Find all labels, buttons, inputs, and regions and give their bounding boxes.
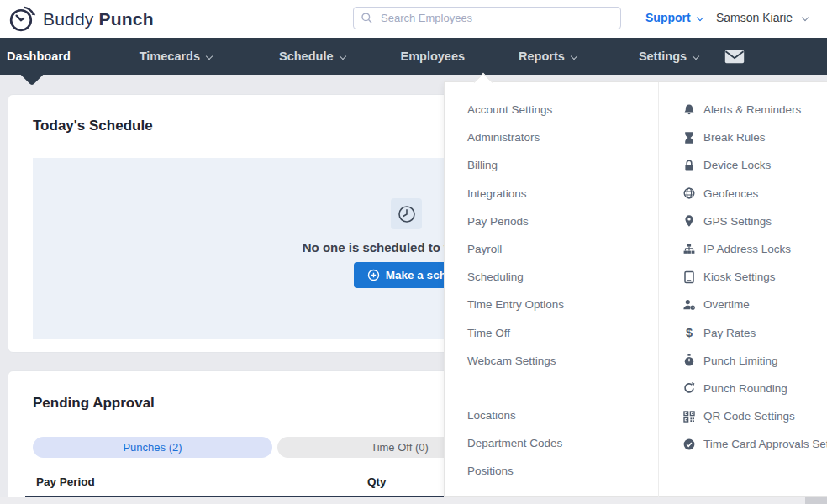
settings-item-ip-address-locks[interactable]: IP Address Locks: [659, 235, 827, 263]
settings-item-pay-rates[interactable]: $ Pay Rates: [659, 319, 827, 347]
globe-icon: [682, 186, 696, 201]
settings-item-punch-limiting[interactable]: Punch Limiting: [659, 347, 827, 375]
todays-schedule-title: Today's Schedule: [33, 118, 153, 134]
settings-item-department-codes[interactable]: Department Codes: [445, 429, 658, 457]
settings-item-time-card-approvals[interactable]: Time Card Approvals Settings: [659, 430, 827, 458]
nav-label: Reports: [519, 50, 565, 63]
rotate-icon: [682, 381, 696, 396]
nav-label: Dashboard: [7, 50, 71, 63]
settings-item-label: Punch Rounding: [703, 382, 787, 395]
map-pin-icon: [682, 214, 696, 228]
buddy-punch-logo[interactable]: Buddy Punch: [7, 3, 154, 34]
settings-item-label: Kiosk Settings: [703, 270, 776, 283]
settings-item-label: Alerts & Reminders: [703, 103, 801, 116]
chevron-down-icon: [339, 53, 345, 60]
settings-item-payroll[interactable]: Payroll: [445, 235, 658, 263]
user-menu[interactable]: Samson Kiarie: [716, 11, 808, 24]
scrollbar-thumb[interactable]: [805, 497, 827, 504]
brand-name: Buddy Punch: [43, 9, 154, 29]
nav-dashboard[interactable]: Dashboard: [0, 38, 85, 75]
settings-item-kiosk-settings[interactable]: Kiosk Settings: [659, 263, 827, 291]
settings-item-locations[interactable]: Locations: [445, 402, 658, 429]
nav-schedule[interactable]: Schedule: [265, 38, 359, 75]
settings-item-time-off[interactable]: Time Off: [445, 319, 658, 347]
settings-item-label: Device Locks: [703, 159, 771, 171]
settings-item-label: Geofences: [703, 187, 758, 200]
support-label: Support: [645, 11, 691, 24]
settings-item-administrators[interactable]: Administrators: [445, 123, 658, 151]
settings-item-integrations[interactable]: Integrations: [445, 180, 658, 207]
pending-approval-title: Pending Approval: [33, 395, 155, 412]
user-dot-icon: [682, 297, 696, 312]
user-name: Samson Kiarie: [716, 11, 793, 24]
settings-item-positions[interactable]: Positions: [445, 457, 658, 485]
settings-item-account-settings[interactable]: Account Settings: [445, 96, 658, 123]
tab-punches[interactable]: Punches (2): [33, 437, 272, 458]
nav-label: Schedule: [279, 50, 333, 63]
clock-logo-icon: [7, 3, 38, 34]
horizontal-scrollbar[interactable]: [0, 497, 827, 504]
stopwatch-icon: [682, 354, 696, 368]
settings-item-label: Time Card Approvals Settings: [703, 438, 827, 450]
settings-item-geofences[interactable]: Geofences: [659, 180, 827, 207]
search-input[interactable]: [353, 7, 621, 29]
chevron-down-icon: [802, 14, 809, 21]
settings-item-label: Overtime: [703, 298, 750, 311]
settings-item-label: IP Address Locks: [703, 243, 791, 255]
column-header-qty: Qty: [367, 475, 387, 488]
column-header-pay-period: Pay Period: [36, 475, 95, 488]
settings-item-punch-rounding[interactable]: Punch Rounding: [659, 375, 827, 402]
settings-dropdown-left-column: Account Settings Administrators Billing …: [445, 82, 659, 498]
settings-item-qr-code-settings[interactable]: QR Code Settings: [659, 402, 827, 430]
hourglass-icon: [682, 130, 696, 144]
settings-item-pay-periods[interactable]: Pay Periods: [445, 207, 658, 235]
settings-dropdown-right-column: Alerts & Reminders Break Rules Device Lo…: [659, 82, 827, 498]
check-circle-icon: [682, 437, 696, 451]
settings-dropdown: Account Settings Administrators Billing …: [444, 81, 827, 497]
bell-icon: [682, 102, 696, 117]
dollar-icon: $: [682, 326, 696, 340]
settings-item-overtime[interactable]: Overtime: [659, 291, 827, 318]
nav-settings[interactable]: Settings: [624, 38, 713, 75]
employee-search: [353, 7, 621, 29]
chevron-down-icon: [696, 14, 703, 21]
settings-item-label: Pay Rates: [703, 327, 756, 339]
settings-item-label: GPS Settings: [703, 215, 772, 228]
search-icon: [361, 12, 373, 24]
svg-text:$: $: [685, 326, 692, 339]
qr-code-icon: [682, 409, 696, 423]
settings-item-alerts-reminders[interactable]: Alerts & Reminders: [659, 96, 827, 123]
settings-item-time-entry-options[interactable]: Time Entry Options: [445, 291, 658, 318]
main-navbar: Dashboard Timecards Schedule Employees R…: [0, 38, 827, 75]
nav-timecards[interactable]: Timecards: [125, 38, 226, 75]
nav-label: Settings: [639, 50, 687, 63]
nav-label: Employees: [401, 50, 466, 63]
settings-item-scheduling[interactable]: Scheduling: [445, 263, 658, 291]
chevron-down-icon: [571, 53, 577, 60]
chevron-down-icon: [693, 53, 699, 60]
settings-item-webcam-settings[interactable]: Webcam Settings: [445, 347, 658, 375]
support-menu[interactable]: Support: [645, 11, 703, 24]
settings-item-break-rules[interactable]: Break Rules: [659, 123, 827, 151]
settings-item-device-locks[interactable]: Device Locks: [659, 151, 827, 179]
settings-item-label: Break Rules: [703, 131, 766, 144]
settings-item-label: Punch Limiting: [703, 354, 778, 367]
nav-employees[interactable]: Employees: [387, 38, 480, 75]
lock-icon: [682, 158, 696, 172]
envelope-icon[interactable]: [724, 50, 745, 64]
nav-label: Timecards: [140, 50, 200, 63]
settings-item-label: QR Code Settings: [703, 410, 795, 423]
chevron-down-icon: [206, 53, 213, 60]
nav-reports[interactable]: Reports: [504, 38, 591, 75]
settings-item-gps-settings[interactable]: GPS Settings: [659, 207, 827, 235]
top-header: Buddy Punch Support Samson Kiarie: [0, 0, 827, 38]
plus-circle-icon: [367, 269, 380, 281]
tablet-icon: [682, 270, 696, 284]
network-icon: [682, 242, 696, 256]
settings-item-billing[interactable]: Billing: [445, 151, 658, 179]
clock-icon: [391, 198, 422, 229]
